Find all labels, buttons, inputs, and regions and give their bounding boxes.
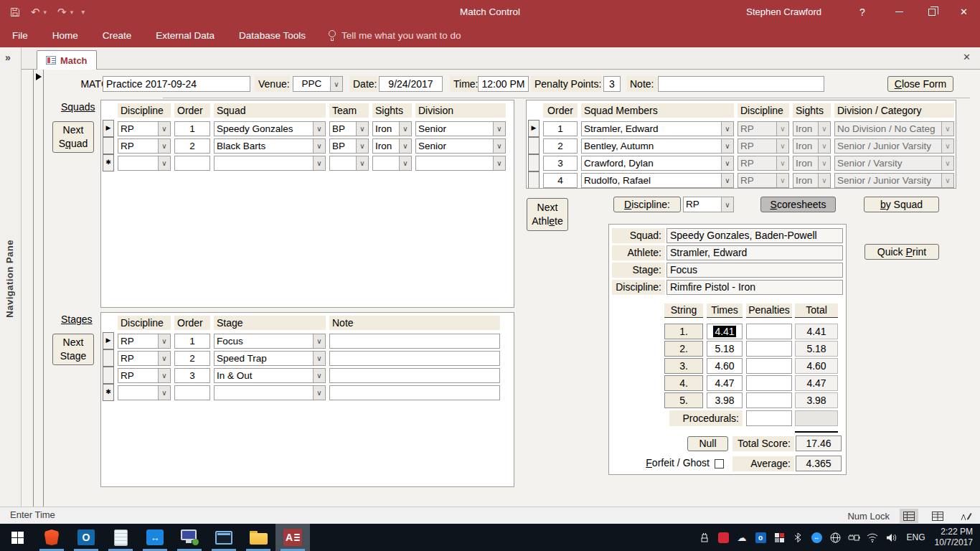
discipline-combo[interactable]: RP — [118, 334, 171, 349]
form-record-selector[interactable] — [33, 70, 44, 507]
redo-dropdown-icon[interactable]: ▾ — [70, 9, 74, 16]
wifi-icon[interactable] — [867, 532, 879, 544]
chevron-down-icon[interactable] — [313, 156, 325, 170]
venue-combo[interactable]: PPC — [293, 76, 343, 92]
design-view-icon[interactable] — [957, 509, 976, 523]
chevron-down-icon[interactable] — [158, 122, 170, 136]
order-field[interactable]: 4 — [543, 173, 578, 188]
quick-print-button[interactable]: Quick Print — [864, 244, 939, 260]
chevron-down-icon[interactable] — [330, 77, 342, 91]
chevron-down-icon[interactable] — [721, 139, 733, 153]
division-combo[interactable]: Senior — [415, 138, 506, 154]
power-icon[interactable] — [848, 532, 860, 544]
division-combo[interactable] — [415, 156, 506, 171]
time-field[interactable]: 4.60 — [707, 358, 743, 374]
sights-combo[interactable]: Iron — [372, 121, 412, 136]
squad-combo[interactable] — [214, 156, 326, 171]
navigation-pane-collapsed[interactable]: » Navigation Pane — [0, 47, 22, 507]
taskbar-access[interactable]: A — [275, 524, 310, 551]
onedrive-icon[interactable]: ☁ — [736, 532, 748, 544]
help-button[interactable]: ? — [852, 6, 873, 18]
taskbar-teamviewer[interactable]: ↔ — [138, 524, 172, 551]
note-field[interactable] — [329, 334, 500, 349]
datasheet-view-icon[interactable] — [928, 509, 947, 523]
ribbon-tab-external-data[interactable]: External Data — [143, 24, 227, 47]
chevron-down-icon[interactable] — [158, 139, 170, 153]
team-combo[interactable] — [329, 156, 369, 171]
row-selector[interactable] — [103, 367, 114, 384]
usb-icon[interactable] — [699, 532, 711, 544]
order-field[interactable]: 3 — [174, 368, 210, 383]
time-field[interactable]: 4.47 — [707, 375, 743, 391]
member-combo[interactable]: Crawford, Dylan — [581, 156, 734, 171]
chevron-down-icon[interactable] — [313, 122, 325, 136]
restore-button[interactable] — [915, 0, 948, 24]
order-field[interactable]: 2 — [543, 138, 578, 154]
note-field[interactable] — [329, 351, 500, 366]
match-name-field[interactable]: Practice 2017-09-24 — [103, 76, 250, 92]
order-field[interactable]: 2 — [174, 351, 210, 366]
row-selector[interactable]: ▶ — [103, 332, 114, 349]
procedurals-field[interactable] — [746, 410, 792, 426]
taskbar-outlook[interactable]: O — [69, 524, 103, 551]
squad-combo[interactable]: Black Barts — [214, 138, 326, 154]
time-field[interactable]: 4.41 — [707, 324, 743, 339]
chevron-down-icon[interactable] — [313, 334, 325, 348]
member-combo[interactable]: Stramler, Edward — [581, 121, 734, 136]
chevron-down-icon[interactable] — [313, 139, 325, 153]
save-icon[interactable] — [10, 7, 20, 17]
tell-me-box[interactable]: Tell me what you want to do — [328, 30, 461, 41]
chevron-down-icon[interactable] — [158, 334, 170, 348]
chevron-down-icon[interactable] — [721, 174, 733, 187]
taskbar-remote-desktop[interactable] — [172, 524, 207, 551]
order-field[interactable]: 1 — [174, 334, 210, 349]
ribbon-tab-file[interactable]: File — [0, 24, 40, 47]
chevron-down-icon[interactable] — [158, 369, 170, 382]
discipline-combo[interactable] — [118, 156, 171, 171]
chevron-down-icon[interactable] — [493, 122, 505, 136]
redo-icon[interactable]: ↷ — [57, 6, 67, 17]
close-document-icon[interactable]: ✕ — [963, 52, 971, 62]
taskbar-file-explorer[interactable] — [241, 524, 275, 551]
member-combo[interactable]: Rudolfo, Rafael — [581, 173, 734, 188]
order-field[interactable] — [174, 385, 210, 400]
chevron-down-icon[interactable] — [356, 156, 368, 170]
row-selector[interactable]: ✱ — [103, 384, 114, 401]
penalty-points-field[interactable]: 3 — [603, 76, 621, 92]
chevron-down-icon[interactable] — [313, 352, 325, 365]
order-field[interactable] — [174, 156, 210, 171]
stage-combo[interactable]: Speed Trap — [214, 351, 326, 366]
chevron-down-icon[interactable] — [493, 156, 505, 170]
expand-nav-pane-icon[interactable]: » — [5, 52, 11, 63]
order-field[interactable]: 1 — [174, 121, 210, 136]
tab-match[interactable]: Match — [37, 50, 97, 70]
time-field[interactable]: 12:00 PM — [478, 76, 529, 92]
row-selector[interactable]: ▶ — [528, 120, 540, 137]
order-field[interactable]: 2 — [174, 138, 210, 154]
discipline-combo[interactable]: RP — [118, 368, 171, 383]
note-field[interactable] — [329, 385, 500, 400]
taskbar-brave[interactable] — [34, 524, 69, 551]
row-selector[interactable] — [528, 171, 540, 189]
chevron-down-icon[interactable] — [313, 369, 325, 382]
form-view-icon[interactable] — [900, 509, 918, 523]
sights-combo[interactable] — [372, 156, 412, 171]
undo-icon[interactable]: ↶ — [31, 6, 40, 17]
discipline-combo[interactable]: RP — [118, 138, 171, 154]
forfeit-ghost-checkbox[interactable] — [715, 459, 724, 468]
language-indicator[interactable]: ENG — [907, 532, 925, 542]
sights-combo[interactable]: Iron — [372, 138, 412, 154]
penalty-field[interactable] — [746, 341, 792, 357]
chevron-down-icon[interactable] — [399, 156, 411, 170]
squad-combo[interactable]: Speedy Gonzales — [214, 121, 326, 136]
penalty-field[interactable] — [746, 324, 792, 339]
chevron-down-icon[interactable] — [158, 386, 170, 400]
penalty-field[interactable] — [746, 392, 792, 408]
penalty-field[interactable] — [746, 358, 792, 374]
member-combo[interactable]: Bentley, Autumn — [581, 138, 734, 154]
ribbon-tab-home[interactable]: Home — [40, 24, 90, 47]
row-selector[interactable]: ▶ — [103, 120, 114, 137]
row-selector[interactable] — [528, 154, 540, 171]
stage-combo[interactable]: In & Out — [214, 368, 326, 383]
close-button[interactable]: ✕ — [948, 0, 980, 24]
